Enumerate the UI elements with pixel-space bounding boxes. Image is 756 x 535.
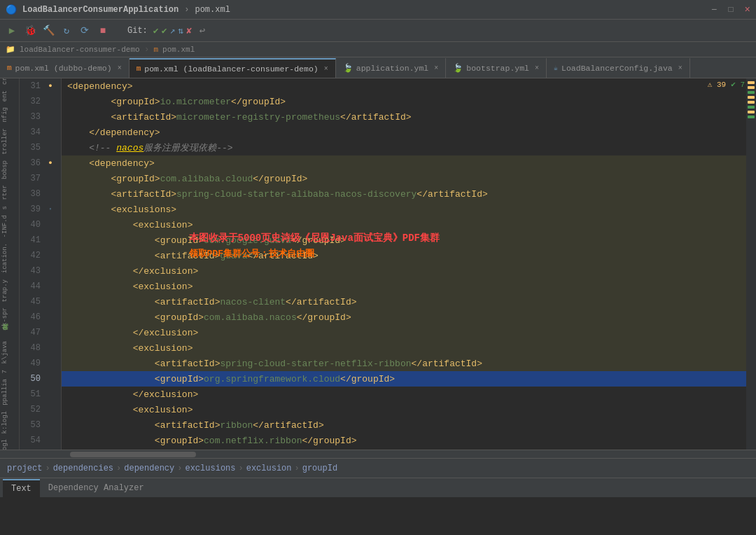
editor[interactable]: ⚠ 39 ✔ 7 本图收录于5000页史诗级《尼恩Java面试宝典》PDF集群 …	[20, 78, 756, 450]
bc-groupid[interactable]: groupId	[302, 464, 337, 473]
left-panel-item[interactable]: ication.	[0, 240, 19, 276]
tab-close-icon[interactable]: ×	[118, 64, 122, 72]
tab-java-icon: ☕	[554, 64, 558, 72]
tab-pom-dubbo[interactable]: m pom.xml (dubbo-demo) ×	[0, 58, 130, 78]
debug-icon[interactable]: 🐞	[22, 23, 38, 39]
left-panel-item[interactable]: troller	[0, 125, 19, 158]
right-margin	[746, 78, 756, 450]
code-content: <exclusion>	[62, 220, 192, 230]
code-text-area[interactable]: <dependency> <groupId>io.micrometer</gro…	[62, 78, 746, 450]
bc-exclusion[interactable]: exclusion	[246, 464, 292, 473]
code-content: <groupId>com.google.guava</groupId>	[62, 235, 346, 246]
left-panel-item[interactable]: ppallia	[0, 376, 19, 408]
code-content: <dependency>	[62, 158, 155, 169]
left-panel-item[interactable]: ck-spr	[0, 305, 19, 333]
git-arrows-icon: ⇅	[178, 25, 183, 36]
tab-pom-loadbalancer[interactable]: m pom.xml (loadBalancer-consumer-demo) ×	[130, 58, 336, 78]
bc-dependency[interactable]: dependency	[124, 464, 174, 473]
left-panel-item[interactable]: rter	[0, 182, 19, 203]
code-content: <groupId>com.alibaba.cloud</groupId>	[62, 174, 307, 184]
stop-icon[interactable]: ■	[95, 23, 111, 39]
tab-close-icon[interactable]: ×	[535, 64, 539, 72]
scrollbar[interactable]	[0, 450, 756, 458]
tab-close-icon[interactable]: ×	[678, 64, 682, 72]
file-tabs: m pom.xml (dubbo-demo) × m pom.xml (load…	[0, 57, 756, 78]
left-panel-item[interactable]: bobsp	[0, 158, 19, 182]
undo-icon[interactable]: ↩	[195, 23, 210, 39]
project-name[interactable]: loadBalancer-consumer-demo	[20, 46, 140, 54]
code-line-45: <artifactId>nacos-client</artifactId>	[62, 294, 746, 310]
code-line-52: <exclusion>	[62, 402, 746, 417]
gutter-line-46: 46	[20, 310, 61, 325]
build-icon[interactable]: 🔨	[41, 23, 56, 39]
tab-close-icon[interactable]: ×	[434, 64, 438, 72]
close-btn[interactable]: ×	[745, 4, 750, 15]
gutter-line-37: 37	[20, 171, 61, 186]
maximize-btn[interactable]: □	[728, 5, 733, 15]
tab-text[interactable]: Text	[3, 479, 40, 497]
left-panel-item[interactable]: nfig	[0, 104, 19, 125]
code-line-40: <exclusion>	[62, 217, 746, 232]
bc-dependencies[interactable]: dependencies	[53, 464, 113, 473]
tab-close-icon[interactable]: ×	[324, 65, 328, 73]
gutter-line-36: 36 ●	[20, 155, 61, 171]
code-content: </exclusion>	[62, 389, 198, 400]
tab-dependency-analyzer[interactable]: Dependency Analyzer	[40, 479, 153, 497]
left-panel-item[interactable]: -INF.d	[0, 212, 19, 240]
gutter-line-50: 50	[20, 371, 61, 387]
bc-project[interactable]: project	[7, 464, 42, 473]
code-line-51: </exclusion>	[62, 387, 746, 402]
margin-ok-1	[748, 91, 755, 94]
gutter-line-53: 53	[20, 417, 61, 433]
code-content: <artifactId>ribbon</artifactId>	[62, 420, 324, 431]
code-line-39: <exclusions>	[62, 202, 746, 217]
warn-badge: ⚠ 39 ✔ 7	[708, 80, 745, 89]
bc-sep-3: ›	[177, 464, 182, 473]
code-line-47: </exclusion>	[62, 325, 746, 340]
code-content: <exclusion>	[62, 343, 192, 354]
gutter-line-33: 33	[20, 109, 61, 125]
gutter-line-52: 52	[20, 402, 61, 417]
bc-sep-2: ›	[116, 464, 121, 473]
minimize-btn[interactable]: −	[711, 4, 717, 15]
left-panel: crazy ent nfig troller bobsp rter s -INF…	[0, 78, 20, 450]
git-check-icon: ✔	[153, 25, 159, 36]
sync-icon[interactable]: ↻	[59, 23, 74, 39]
margin-warn-2	[748, 86, 755, 89]
revert-icon[interactable]: ⟳	[77, 23, 92, 39]
tab-application-yml[interactable]: 🍃 application.yml ×	[336, 58, 447, 78]
left-panel-item[interactable]: k:logl	[0, 436, 19, 450]
tab-label: bootstrap.yml	[466, 64, 529, 73]
left-panel-item[interactable]: crazy	[0, 78, 19, 88]
file-name[interactable]: pom.xml	[162, 46, 195, 54]
left-panel-item[interactable]: k:logl	[0, 408, 19, 436]
tab-loadbalancer-config[interactable]: ☕ LoadBalancerConfig.java ×	[547, 58, 690, 78]
gutter-line-38: 38	[20, 186, 61, 202]
scrollbar-thumb[interactable]	[70, 452, 196, 457]
left-panel-item[interactable]: 7	[0, 367, 19, 376]
run-icon[interactable]: ▶	[4, 23, 20, 39]
code-line-53: <artifactId>ribbon</artifactId>	[62, 417, 746, 433]
left-panel-item[interactable]: s	[0, 203, 19, 212]
gutter-line-44: 44	[20, 279, 61, 294]
left-panel-item[interactable]: trap.y	[0, 277, 19, 305]
project-icon: 📁	[6, 45, 15, 54]
title-separator: ›	[184, 5, 189, 15]
left-panel-item[interactable]: k\java	[0, 338, 19, 366]
left-panel-item[interactable]: ent	[0, 88, 19, 104]
code-line-48: <exclusion>	[62, 340, 746, 356]
code-content: <artifactId>spring-cloud-starter-alibaba…	[62, 189, 488, 200]
code-content: <exclusion>	[62, 405, 192, 415]
tab-dep-label: Dependency Analyzer	[48, 483, 144, 493]
code-line-35: <!-- nacos服务注册发现依赖-->	[62, 140, 746, 155]
code-content: </dependency>	[62, 127, 160, 138]
bc-exclusions[interactable]: exclusions	[185, 464, 235, 473]
gutter-line-54: 54	[20, 433, 61, 448]
code-content: <artifactId>guava</artifactId>	[62, 251, 318, 261]
tab-bootstrap-yml[interactable]: 🍃 bootstrap.yml ×	[446, 58, 547, 78]
code-line-44: <exclusion>	[62, 279, 746, 294]
main-area: crazy ent nfig troller bobsp rter s -INF…	[0, 78, 756, 450]
code-content: <groupId>org.springframework.cloud</grou…	[62, 374, 395, 384]
title-bar: 🔵 LoadBalancerConsumerApplication › pom.…	[0, 0, 756, 20]
breadcrumb: project › dependencies › dependency › ex…	[0, 458, 756, 478]
